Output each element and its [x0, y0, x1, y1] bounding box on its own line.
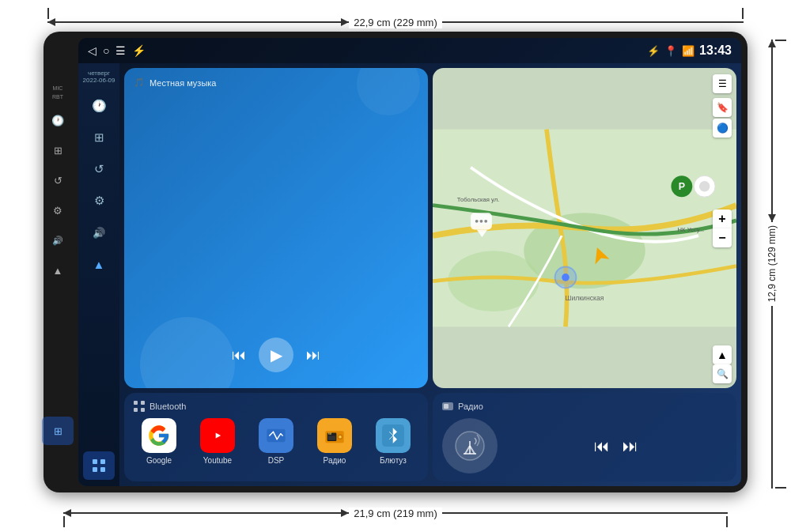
map-svg: P Шилкинская НК Уссу... Тобольская ул. [433, 68, 736, 388]
status-bar: ◁ ○ ☰ ⚡ ⚡ 📍 📶 13:43 [78, 38, 741, 63]
svg-rect-0 [93, 459, 97, 464]
svg-text:Шилкинская: Шилкинская [566, 294, 604, 302]
radio-content: ⏮ ⏭ [442, 418, 727, 474]
apps-section: Bluetooth [124, 393, 428, 481]
map-widget[interactable]: P Шилкинская НК Уссу... Тобольская ул. ☰… [433, 68, 736, 388]
bluetooth-label: Блютуз [380, 456, 407, 465]
apps-header-label: Bluetooth [149, 402, 186, 411]
apps-header: Bluetooth [134, 401, 418, 412]
radio-app-icon: FM [317, 418, 352, 453]
map-menu-btn[interactable]: ☰ [713, 74, 732, 93]
svg-text:Тобольская ул.: Тобольская ул. [457, 196, 500, 203]
android-screen: ◁ ○ ☰ ⚡ ⚡ 📍 📶 13:43 четверг 2022-06-09 [78, 38, 741, 486]
main-content: 🎵 Местная музыка ⏮ ▶ ⏭ [119, 63, 741, 486]
physical-btn-refresh[interactable]: ↺ [42, 166, 74, 194]
sidebar-nav: четверг 2022-06-09 🕐 ⊞ ↺ ⚙ 🔊 ▲ [78, 63, 119, 486]
mic-label: MIC [53, 85, 63, 91]
google-label: Google [146, 456, 172, 465]
location-icon: 📍 [664, 45, 677, 57]
radio-next-btn[interactable]: ⏭ [623, 437, 638, 455]
clock-display: 13:43 [699, 43, 732, 58]
sidebar-item-refresh[interactable]: ↺ [83, 155, 115, 183]
music-note-icon: 🎵 [134, 77, 145, 88]
svg-rect-24 [134, 408, 138, 412]
svg-rect-23 [141, 401, 145, 405]
physical-btn-equalizer[interactable]: ⊞ [42, 136, 74, 164]
app-radio[interactable]: FM Радио [317, 418, 352, 465]
app-dsp[interactable]: DSP [259, 418, 293, 465]
youtube-icon [200, 418, 235, 453]
svg-text:P: P [679, 182, 685, 193]
app-google[interactable]: Google [142, 418, 176, 465]
google-icon [142, 418, 176, 453]
sidebar-item-apps[interactable] [83, 451, 115, 480]
radio-header: Радио [442, 401, 727, 412]
svg-text:FM: FM [328, 432, 332, 436]
dsp-label: DSP [268, 456, 285, 465]
tick-top-left [47, 8, 49, 19]
music-play-btn[interactable]: ▶ [259, 338, 293, 372]
svg-rect-3 [100, 467, 105, 472]
tick-top-right [742, 8, 744, 19]
svg-rect-22 [134, 401, 138, 405]
svg-text:НК Уссу...: НК Уссу... [678, 226, 705, 233]
top-dimension-label: 22,9 cm (229 mm) [349, 17, 441, 28]
tick-bottom-left [63, 516, 65, 527]
radio-app-label: Радио [324, 456, 346, 465]
svg-point-14 [484, 220, 487, 223]
tick-bottom-right [726, 516, 728, 527]
svg-point-12 [475, 220, 479, 223]
map-bookmark-btn[interactable]: 🔖 [713, 98, 732, 117]
radio-header-label: Радио [458, 402, 483, 411]
physical-btn-volume[interactable]: 🔊 [42, 226, 74, 255]
sidebar-item-volume[interactable]: 🔊 [83, 218, 115, 247]
wifi-icon: 📶 [682, 45, 694, 57]
status-bar-left: ◁ ○ ☰ ⚡ [88, 44, 146, 57]
radio-widget: Радио [433, 393, 736, 481]
sidebar-item-settings[interactable]: ⚙ [83, 187, 115, 215]
svg-point-18 [699, 181, 710, 191]
map-zoom-plus-btn[interactable]: + [713, 209, 732, 228]
svg-rect-25 [141, 408, 145, 412]
top-dimension: 22,9 cm (229 mm) [47, 14, 744, 30]
youtube-label: Youtube [203, 456, 232, 465]
home-btn[interactable]: ○ [103, 44, 109, 57]
outer-wrapper: 22,9 cm (229 mm) 21,9 cm (219 mm) 12,9 c… [0, 0, 791, 532]
back-btn[interactable]: ◁ [88, 44, 97, 57]
bottom-dimension: 21,9 cm (219 mm) [63, 505, 728, 521]
map-zoom-minus-btn[interactable]: − [713, 228, 732, 247]
svg-point-35 [339, 436, 342, 439]
music-next-btn[interactable]: ⏭ [306, 347, 320, 364]
right-dimension: 12,9 cm (129 mm) [764, 40, 780, 489]
sidebar-item-equalizer[interactable]: ⊞ [83, 123, 115, 152]
sidebar-item-direction[interactable]: ▲ [83, 250, 115, 278]
map-search-btn[interactable]: 🔍 [713, 364, 732, 383]
rbt-label: RBT [52, 94, 63, 100]
svg-point-9 [562, 274, 570, 281]
sidebar-item-clock[interactable]: 🕐 [83, 92, 115, 120]
tick-right-top [775, 40, 786, 41]
physical-btn-clock[interactable]: 🕐 [42, 106, 74, 134]
physical-btn-apps[interactable]: ⊞ [42, 417, 74, 445]
apps-grid: Google Youtube [134, 418, 418, 465]
map-navigate-area: ▲ [713, 345, 732, 364]
physical-btn-nav[interactable]: ▲ [42, 256, 74, 285]
bluetooth-icon: ⚡ [647, 45, 660, 57]
svg-rect-1 [100, 459, 105, 464]
map-search-area: 🔍 [713, 364, 732, 383]
status-bar-right: ⚡ 📍 📶 13:43 [647, 43, 732, 58]
app-bluetooth[interactable]: Блютуз [376, 418, 411, 465]
menu-btn[interactable]: ☰ [115, 44, 126, 57]
sidebar-date-weekday: четверг [83, 70, 115, 77]
map-layers-btn[interactable]: 🔵 [713, 119, 732, 138]
map-compass-btn[interactable]: ▲ [713, 345, 732, 364]
music-title-text: Местная музыка [149, 78, 216, 88]
physical-btn-settings[interactable]: ⚙ [42, 196, 74, 224]
svg-point-13 [480, 220, 483, 223]
map-zoom-controls: + − [713, 209, 732, 247]
app-youtube[interactable]: Youtube [200, 418, 235, 465]
tick-right-bottom [775, 487, 786, 489]
radio-prev-btn[interactable]: ⏮ [594, 437, 610, 455]
bottom-dimension-label: 21,9 cm (219 mm) [349, 507, 441, 519]
right-dimension-label: 12,9 cm (129 mm) [765, 222, 779, 305]
